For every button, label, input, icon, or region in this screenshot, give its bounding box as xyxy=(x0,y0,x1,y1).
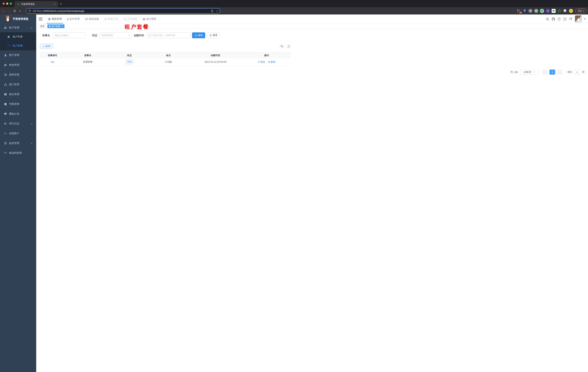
sidebar-item-label: 租户管理 xyxy=(9,26,19,29)
chat-bubble-icon xyxy=(4,112,7,115)
minimize-window-button[interactable] xyxy=(6,2,8,5)
sidebar-item-post-management[interactable]: 岗位管理 xyxy=(0,89,36,99)
nav-item-system[interactable]: 系统管理 xyxy=(45,14,64,23)
yen-icon: ¥ xyxy=(67,18,69,21)
forward-icon[interactable]: → xyxy=(7,9,12,13)
col-header-name: 套餐名 xyxy=(65,54,110,57)
shield-check-icon xyxy=(4,142,7,145)
nav-label: 支付管理 xyxy=(70,17,80,21)
back-icon[interactable]: ← xyxy=(1,9,7,13)
cell-package-id: 111 xyxy=(40,61,65,63)
favicon-plant-icon xyxy=(17,3,20,5)
cell-actions: 修改 删除 xyxy=(242,60,291,64)
sidebar-item-audit-log[interactable]: 审计日志 xyxy=(0,119,36,128)
chevron-down-icon xyxy=(31,143,32,144)
sidebar-logo[interactable]: 芋道管理系统 xyxy=(0,14,36,23)
url-text[interactable]: 127.0.0.1:48080/admin-ui/system/tenant/p… xyxy=(33,10,211,12)
sidebar-item-label: 岗位管理 xyxy=(9,93,19,96)
table-search-toggle-button[interactable] xyxy=(279,44,284,49)
chevron-down-icon xyxy=(128,35,130,36)
page-title: 租户套餐 xyxy=(125,23,149,31)
edit-link[interactable]: 修改 xyxy=(258,60,265,64)
toolbox-icon xyxy=(124,18,126,21)
sidebar-item-dept-management[interactable]: 部门管理 xyxy=(0,80,36,89)
address-bar[interactable]: 127.0.0.1:48080/admin-ui/system/tenant/p… xyxy=(26,8,220,14)
maximize-window-button[interactable] xyxy=(10,2,12,5)
nav-label: 系统管理 xyxy=(52,17,62,21)
date-end-placeholder[interactable]: 结束日期 xyxy=(166,34,175,37)
sidebar-item-user-management[interactable]: 用户管理 xyxy=(0,50,36,60)
cell-remark: 小功能 xyxy=(148,60,188,64)
sidebar-item-sms-management[interactable]: 短信管理 xyxy=(0,138,36,148)
package-icon xyxy=(7,44,10,47)
home-icon[interactable]: ⌂ xyxy=(17,9,23,13)
edit-log-icon xyxy=(4,122,7,125)
sidebar-fold-icon[interactable] xyxy=(39,17,42,21)
nav-item-workflow[interactable]: 工作流程 xyxy=(121,14,140,23)
tree-list-icon xyxy=(4,73,7,76)
delete-link[interactable]: 删除 xyxy=(268,60,275,64)
sidebar-item-tenant-package[interactable]: 租户套餐 xyxy=(0,41,36,50)
nav-item-pay[interactable]: ¥ 支付管理 xyxy=(64,14,82,23)
sidebar-item-dict-management[interactable]: 字典管理 xyxy=(0,99,36,109)
status-badge: 开启 xyxy=(126,59,133,64)
col-header-actions: 操作 xyxy=(242,54,291,57)
site-info-icon[interactable] xyxy=(28,10,31,12)
col-header-created: 创建时间 xyxy=(188,54,242,57)
sidebar-item-label: 短信管理 xyxy=(9,142,19,145)
table-refresh-button[interactable] xyxy=(286,44,291,49)
tag-close-icon[interactable]: × xyxy=(62,25,63,28)
filter-status-select[interactable]: 请选择状态 xyxy=(99,32,132,38)
tag-home[interactable]: 首页 xyxy=(39,24,46,28)
sidebar-item-notice[interactable]: 通知公告 xyxy=(0,109,36,119)
sidebar-item-tenant-management[interactable]: 租户管理 xyxy=(0,23,36,32)
bookmark-star-icon[interactable]: ☆ xyxy=(216,9,219,13)
search-icon xyxy=(195,34,197,37)
gear-icon xyxy=(48,18,51,21)
nav-label: 统计报表 xyxy=(146,17,157,21)
nav-label: 工作流程 xyxy=(127,17,137,21)
add-button[interactable]: + 新增 xyxy=(40,43,53,49)
filter-status-label: 状态 xyxy=(92,32,97,38)
filter-date-range[interactable]: 开始日期 - 结束日期 xyxy=(147,32,190,38)
logo-title: 芋道管理系统 xyxy=(13,17,28,21)
toolbox-icon xyxy=(104,18,107,21)
nav-label: 研发工具 xyxy=(108,17,118,21)
date-start-placeholder[interactable]: 开始日期 xyxy=(153,34,162,37)
sidebar-item-label: 字典管理 xyxy=(9,103,19,106)
tag-tenant-package[interactable]: 租户套餐 × xyxy=(47,24,64,28)
reset-button[interactable]: 重置 xyxy=(207,32,220,38)
search-button[interactable]: 搜索 xyxy=(192,32,205,38)
nav-item-dev-tools[interactable]: 研发工具 xyxy=(102,14,121,23)
sidebar-item-label: 角色管理 xyxy=(9,64,19,67)
new-tab-button[interactable]: + xyxy=(60,2,62,5)
sidebar-item-role-management[interactable]: 角色管理 xyxy=(0,60,36,70)
sidebar-item-label: 菜单管理 xyxy=(9,73,19,76)
col-header-status: 状态 xyxy=(110,54,148,57)
nav-item-report[interactable]: 统计报表 xyxy=(140,14,159,23)
sidebar-item-label: 用户管理 xyxy=(9,53,19,57)
cell-status: 开启 xyxy=(110,59,148,64)
main-content: 租户套餐 套餐名 状态 请选择状态 创建时间 开始日期 - 结束日期 搜索 xyxy=(36,29,294,186)
cell-created-time: 2022-02-22 00:54:00 xyxy=(188,61,242,63)
tab-close-icon[interactable]: × xyxy=(53,3,56,6)
sidebar-item-menu-management[interactable]: 菜单管理 xyxy=(0,70,36,80)
browser-tab[interactable]: 芋道管理系统 × xyxy=(14,1,58,7)
sidebar-item-label: 错误码管理 xyxy=(9,151,22,155)
filter-name-input[interactable] xyxy=(52,32,85,38)
plus-icon: + xyxy=(43,45,44,48)
close-window-button[interactable] xyxy=(2,2,5,5)
reload-icon[interactable] xyxy=(12,10,17,12)
share-icon[interactable] xyxy=(211,10,213,12)
sidebar-item-label: 租户列表 xyxy=(13,35,23,38)
nav-item-infra[interactable]: 基础设施 xyxy=(82,14,102,23)
edit-icon xyxy=(258,61,260,63)
app-header: 系统管理 ¥ 支付管理 基础设施 研发工具 工作流程 xyxy=(36,14,294,23)
sidebar-item-error-code[interactable]: </> 错误码管理 xyxy=(0,148,36,158)
org-tree-icon xyxy=(4,83,7,86)
code-icon: </> xyxy=(4,152,7,154)
sidebar: 芋道管理系统 租户管理 租户列表 租户套餐 用户管理 xyxy=(0,14,36,186)
sidebar-item-tenant-list[interactable]: 租户列表 xyxy=(0,32,36,41)
sidebar-item-online-users[interactable]: 在线用户 xyxy=(0,128,36,138)
app-root: 芋道管理系统 租户管理 租户列表 租户套餐 用户管理 xyxy=(0,14,294,186)
